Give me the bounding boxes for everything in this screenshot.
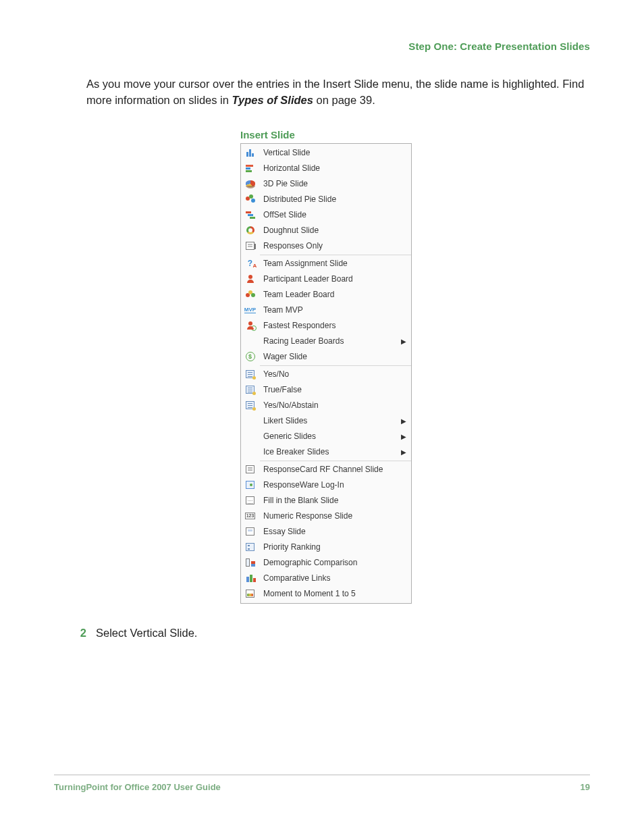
footer-guide-title: TurningPoint for Office 2007 User Guide bbox=[54, 782, 221, 792]
footer-page-number: 19 bbox=[581, 782, 590, 792]
menu-item-label: Responses Only bbox=[259, 241, 411, 251]
menu-item-distributed-pie-slide[interactable]: Distributed Pie Slide bbox=[241, 192, 411, 207]
card-icon bbox=[241, 465, 259, 473]
page-section-title: Step One: Create Presentation Slides bbox=[54, 41, 590, 52]
menu-item-label: Team Leader Board bbox=[259, 290, 411, 299]
menu-item-label: Participant Leader Board bbox=[259, 274, 411, 284]
menu-item-label: Wager Slide bbox=[259, 352, 411, 361]
insert-slide-menu: Vertical SlideHorizontal Slide3D Pie Sli… bbox=[240, 143, 412, 604]
menu-item-likert-slides[interactable]: Likert Slides▶ bbox=[241, 413, 411, 429]
qa-icon: ? bbox=[241, 259, 259, 267]
menu-item-label: Distributed Pie Slide bbox=[259, 194, 411, 204]
menu-item-numeric-response-slide[interactable]: 123Numeric Response Slide bbox=[241, 509, 411, 524]
menu-item-team-leader-board[interactable]: Team Leader Board bbox=[241, 287, 411, 303]
menu-item-generic-slides[interactable]: Generic Slides▶ bbox=[241, 429, 411, 444]
pie3d-icon bbox=[241, 180, 259, 187]
insert-slide-title: Insert Slide bbox=[240, 129, 491, 140]
menu-item-wager-slide[interactable]: $Wager Slide bbox=[241, 349, 411, 365]
menu-item-responseware-log-in[interactable]: ResponseWare Log-In bbox=[241, 477, 411, 493]
menu-item-true-false[interactable]: True/False bbox=[241, 382, 411, 398]
menu-item-demographic-comparison[interactable]: Demographic Comparison bbox=[241, 555, 411, 571]
list-icon bbox=[241, 386, 259, 394]
mom-icon bbox=[241, 590, 259, 598]
demo-icon bbox=[241, 558, 259, 567]
menu-item-label: Moment to Moment 1 to 5 bbox=[259, 589, 411, 598]
types-of-slides-link[interactable]: Types of Slides bbox=[232, 94, 313, 106]
menu-item-label: Racing Leader Boards bbox=[259, 336, 399, 346]
document-page: Step One: Create Presentation Slides As … bbox=[0, 0, 644, 834]
tleader-icon bbox=[241, 290, 259, 298]
menu-item-label: Generic Slides bbox=[259, 432, 399, 441]
step-text: Select Vertical Slide. bbox=[96, 627, 197, 640]
menu-item-label: Comparative Links bbox=[259, 573, 411, 583]
menu-item-label: ResponseWare Log-In bbox=[259, 480, 411, 490]
menu-item-label: 3D Pie Slide bbox=[259, 179, 411, 188]
hbar-icon bbox=[241, 164, 259, 172]
menu-item-yes-no-abstain[interactable]: Yes/No/Abstain bbox=[241, 398, 411, 413]
pleader-icon bbox=[241, 275, 259, 283]
menu-item-moment-to-moment-1-to-5[interactable]: Moment to Moment 1 to 5 bbox=[241, 586, 411, 602]
menu-item-priority-ranking[interactable]: Priority Ranking bbox=[241, 540, 411, 555]
submenu-arrow-icon: ▶ bbox=[399, 417, 411, 425]
menu-separator bbox=[260, 365, 411, 366]
menu-item-label: Priority Ranking bbox=[259, 542, 411, 552]
menu-item-label: Team MVP bbox=[259, 305, 411, 315]
comp-icon bbox=[241, 574, 259, 582]
insert-slide-figure: Insert Slide Vertical SlideHorizontal Sl… bbox=[86, 129, 491, 604]
wager-icon: $ bbox=[241, 352, 259, 361]
menu-item-label: Essay Slide bbox=[259, 527, 411, 536]
vbar-icon bbox=[241, 149, 259, 157]
menu-item-label: Fill in the Blank Slide bbox=[259, 496, 411, 505]
list-icon bbox=[241, 370, 259, 378]
menu-item-label: Vertical Slide bbox=[259, 148, 411, 157]
menu-item-essay-slide[interactable]: Essay Slide bbox=[241, 524, 411, 540]
mvp-icon: MVP bbox=[241, 307, 259, 313]
menu-item-label: OffSet Slide bbox=[259, 210, 411, 219]
menu-item-comparative-links[interactable]: Comparative Links bbox=[241, 571, 411, 586]
login-icon bbox=[241, 481, 259, 489]
intro-text-post: on page 39. bbox=[317, 94, 375, 106]
menu-item-label: Yes/No bbox=[259, 369, 411, 379]
menu-item-fill-in-the-blank-slide[interactable]: Fill in the Blank Slide bbox=[241, 493, 411, 509]
step-number: 2 bbox=[66, 627, 96, 640]
submenu-arrow-icon: ▶ bbox=[399, 338, 411, 345]
menu-item-label: Yes/No/Abstain bbox=[259, 400, 411, 410]
menu-item-label: Horizontal Slide bbox=[259, 163, 411, 173]
menu-item-participant-leader-board[interactable]: Participant Leader Board bbox=[241, 271, 411, 287]
menu-item-label: ResponseCard RF Channel Slide bbox=[259, 465, 411, 474]
menu-item-label: Doughnut Slide bbox=[259, 226, 411, 235]
menu-separator bbox=[260, 461, 411, 461]
donut-icon bbox=[241, 226, 259, 234]
menu-item-fastest-responders[interactable]: Fastest Responders bbox=[241, 318, 411, 334]
menu-item-responsecard-rf-channel-slide[interactable]: ResponseCard RF Channel Slide bbox=[241, 462, 411, 477]
menu-item-vertical-slide[interactable]: Vertical Slide bbox=[241, 145, 411, 161]
menu-item-horizontal-slide[interactable]: Horizontal Slide bbox=[241, 161, 411, 176]
menu-item-label: True/False bbox=[259, 385, 411, 394]
pied-icon bbox=[241, 194, 259, 204]
menu-item-label: Fastest Responders bbox=[259, 321, 411, 330]
submenu-arrow-icon: ▶ bbox=[399, 433, 411, 440]
menu-item-yes-no[interactable]: Yes/No bbox=[241, 367, 411, 382]
menu-item-team-assignment-slide[interactable]: ?Team Assignment Slide bbox=[241, 256, 411, 271]
offset-icon bbox=[241, 211, 259, 219]
menu-item-responses-only[interactable]: Responses Only bbox=[241, 238, 411, 254]
fast-icon bbox=[241, 321, 259, 330]
menu-item-ice-breaker-slides[interactable]: Ice Breaker Slides▶ bbox=[241, 444, 411, 460]
menu-separator bbox=[260, 255, 411, 255]
menu-item-label: Team Assignment Slide bbox=[259, 259, 411, 268]
menu-item-label: Demographic Comparison bbox=[259, 558, 411, 567]
page-footer: TurningPoint for Office 2007 User Guide … bbox=[54, 775, 590, 792]
submenu-arrow-icon: ▶ bbox=[399, 448, 411, 456]
step-2-row: 2 Select Vertical Slide. bbox=[66, 627, 590, 640]
menu-item-racing-leader-boards[interactable]: Racing Leader Boards▶ bbox=[241, 334, 411, 349]
intro-paragraph: As you move your cursor over the entries… bbox=[86, 76, 590, 109]
menu-item-offset-slide[interactable]: OffSet Slide bbox=[241, 207, 411, 223]
menu-item-team-mvp[interactable]: MVPTeam MVP bbox=[241, 303, 411, 318]
menu-item-label: Numeric Response Slide bbox=[259, 511, 411, 521]
menu-item-label: Ice Breaker Slides bbox=[259, 447, 399, 457]
num-icon: 123 bbox=[241, 513, 259, 519]
menu-item-3d-pie-slide[interactable]: 3D Pie Slide bbox=[241, 176, 411, 192]
essay-icon bbox=[241, 527, 259, 536]
menu-item-doughnut-slide[interactable]: Doughnut Slide bbox=[241, 223, 411, 238]
blank-icon bbox=[241, 496, 259, 504]
